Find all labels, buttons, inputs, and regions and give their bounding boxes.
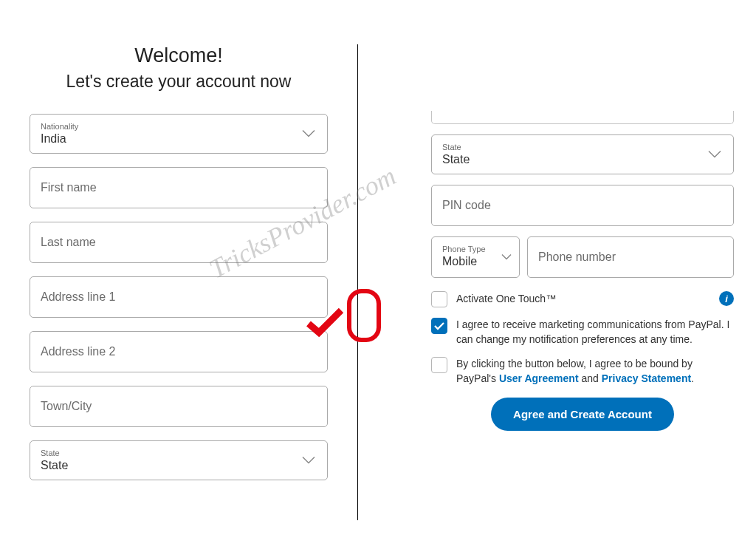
phone-number-placeholder: Phone number [538, 251, 723, 264]
onetouch-checkbox[interactable] [431, 291, 447, 307]
marketing-label: I agree to receive marketing communicati… [456, 318, 734, 347]
user-agreement-link[interactable]: User Agreement [499, 372, 579, 384]
town-city-input[interactable]: Town/City [30, 386, 328, 427]
address1-input[interactable]: Address line 1 [30, 276, 328, 318]
phone-type-value: Mobile [442, 255, 509, 268]
pin-code-input[interactable]: PIN code [431, 185, 734, 226]
state-value-left: State [41, 459, 317, 472]
address1-placeholder: Address line 1 [41, 290, 317, 304]
welcome-heading: Welcome! [30, 44, 328, 67]
phone-type-select[interactable]: Phone Type Mobile [431, 236, 520, 278]
first-name-placeholder: First name [41, 181, 317, 194]
terms-checkbox[interactable] [431, 357, 447, 373]
state-select-right[interactable]: State State [431, 134, 734, 174]
nationality-select[interactable]: Nationality India [30, 114, 328, 154]
last-name-placeholder: Last name [41, 236, 317, 249]
nationality-value: India [41, 132, 317, 146]
phone-number-input[interactable]: Phone number [527, 236, 734, 278]
privacy-statement-link[interactable]: Privacy Statement [602, 372, 691, 384]
town-city-placeholder: Town/City [41, 400, 317, 413]
state-value-right: State [442, 153, 723, 166]
phone-type-label: Phone Type [442, 245, 509, 253]
pin-code-placeholder: PIN code [442, 199, 723, 212]
onetouch-label: Activate One Touch™ [456, 292, 734, 307]
subheading: Let's create your account now [30, 72, 328, 92]
address2-placeholder: Address line 2 [41, 345, 317, 358]
marketing-row: I agree to receive marketing communicati… [431, 318, 734, 347]
address2-input[interactable]: Address line 2 [30, 331, 328, 372]
onetouch-row: Activate One Touch™ i [431, 291, 734, 307]
terms-text: By clicking the button below, I agree to… [456, 357, 734, 386]
nationality-label: Nationality [41, 122, 317, 131]
partial-field [431, 111, 734, 124]
state-select-left[interactable]: State State [30, 440, 328, 480]
state-label-right: State [442, 143, 723, 151]
agree-create-button[interactable]: Agree and Create Account [491, 398, 674, 431]
info-icon[interactable]: i [719, 291, 734, 306]
terms-suffix: . [691, 372, 694, 384]
marketing-checkbox[interactable] [431, 318, 447, 334]
state-label-left: State [41, 449, 317, 457]
terms-row: By clicking the button below, I agree to… [431, 357, 734, 386]
last-name-input[interactable]: Last name [30, 222, 328, 263]
terms-and: and [579, 372, 602, 384]
first-name-input[interactable]: First name [30, 167, 328, 208]
